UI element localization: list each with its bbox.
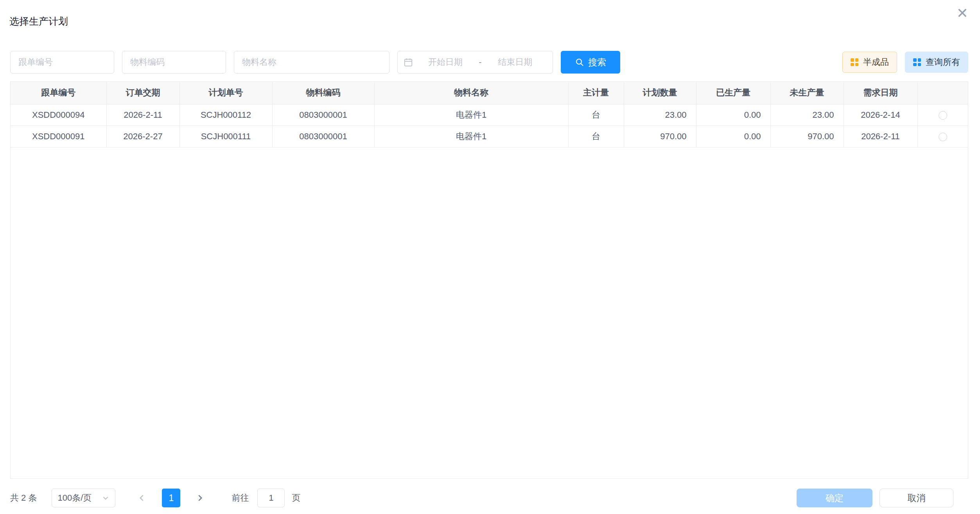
cancel-button[interactable]: 取消	[879, 489, 953, 507]
col-header-order-no: 跟单编号	[11, 82, 106, 104]
date-start-placeholder: 开始日期	[413, 56, 477, 68]
dialog-footer: 共 2 条 100条/页 1 前往	[10, 487, 968, 509]
row-select-radio[interactable]	[939, 111, 947, 120]
cell-plan-no: SCJH000111	[179, 126, 272, 147]
next-page-button[interactable]	[190, 489, 209, 507]
search-button-label: 搜索	[588, 56, 606, 68]
prev-page-button[interactable]	[133, 489, 151, 507]
col-header-plan-no: 计划单号	[179, 82, 272, 104]
table-header-row: 跟单编号 订单交期 计划单号 物料编码 物料名称 主计量 计划数量 已生产量 未…	[11, 82, 968, 104]
semi-finished-button[interactable]: 半成品	[842, 52, 897, 73]
filter-bar: 开始日期 - 结束日期 搜索 半成品 查询所有	[10, 51, 968, 74]
col-header-unit: 主计量	[568, 82, 624, 104]
cell-delivery-date: 2026-2-27	[106, 126, 179, 147]
date-separator: -	[477, 57, 483, 67]
table-row[interactable]: XSDD000091 2026-2-27 SCJH000111 08030000…	[11, 126, 968, 147]
cell-unit: 台	[568, 126, 624, 147]
cell-plan-qty: 23.00	[624, 104, 696, 126]
col-header-produced-qty: 已生产量	[696, 82, 770, 104]
cell-plan-qty: 970.00	[624, 126, 696, 147]
cell-plan-no: SCJH000112	[179, 104, 272, 126]
col-header-material-code: 物料编码	[272, 82, 374, 104]
cell-order-no: XSDD000094	[11, 104, 106, 126]
col-header-delivery-date: 订单交期	[106, 82, 179, 104]
chevron-left-icon	[138, 494, 146, 502]
col-header-material-name: 物料名称	[374, 82, 568, 104]
semi-finished-label: 半成品	[863, 56, 889, 68]
search-button[interactable]: 搜索	[561, 51, 620, 74]
dialog-title: 选择生产计划	[9, 15, 68, 28]
col-header-demand-date: 需求日期	[844, 82, 917, 104]
col-header-unproduced-qty: 未生产量	[770, 82, 844, 104]
confirm-button[interactable]: 确定	[797, 489, 872, 507]
cell-produced-qty: 0.00	[696, 126, 770, 147]
page-number-1[interactable]: 1	[162, 489, 180, 507]
col-header-plan-qty: 计划数量	[624, 82, 696, 104]
col-header-select	[917, 82, 968, 104]
query-all-label: 查询所有	[926, 56, 960, 68]
total-count-label: 共 2 条	[10, 492, 37, 504]
cell-material-name: 电器件1	[374, 126, 568, 147]
cell-material-name: 电器件1	[374, 104, 568, 126]
cell-delivery-date: 2026-2-11	[106, 104, 179, 126]
search-icon	[575, 58, 584, 67]
material-code-input[interactable]	[122, 51, 226, 74]
query-all-button[interactable]: 查询所有	[905, 52, 968, 73]
date-range-picker[interactable]: 开始日期 - 结束日期	[397, 51, 553, 74]
cell-produced-qty: 0.00	[696, 104, 770, 126]
calendar-icon	[403, 57, 413, 67]
cell-order-no: XSDD000091	[11, 126, 106, 147]
order-no-input[interactable]	[10, 51, 114, 74]
chevron-right-icon	[196, 494, 204, 502]
goto-label: 前往	[232, 492, 249, 504]
page-size-value: 100条/页	[57, 492, 92, 504]
date-end-placeholder: 结束日期	[483, 56, 547, 68]
table-row[interactable]: XSDD000094 2026-2-11 SCJH000112 08030000…	[11, 104, 968, 126]
grid-icon	[913, 58, 921, 66]
cell-unit: 台	[568, 104, 624, 126]
material-name-input[interactable]	[234, 51, 389, 74]
cell-unproduced-qty: 970.00	[770, 126, 844, 147]
row-select-radio[interactable]	[939, 133, 947, 141]
close-icon[interactable]: ✕	[957, 6, 968, 20]
cell-demand-date: 2026-2-11	[844, 126, 917, 147]
cell-material-code: 0803000001	[272, 126, 374, 147]
page-unit-label: 页	[292, 492, 300, 504]
cell-material-code: 0803000001	[272, 104, 374, 126]
chevron-down-icon	[102, 494, 109, 502]
grid-icon	[851, 58, 858, 66]
production-plan-table: 跟单编号 订单交期 计划单号 物料编码 物料名称 主计量 计划数量 已生产量 未…	[10, 81, 968, 479]
cell-demand-date: 2026-2-14	[844, 104, 917, 126]
goto-page-input[interactable]	[257, 489, 285, 507]
page-size-select[interactable]: 100条/页	[52, 489, 115, 507]
cell-unproduced-qty: 23.00	[770, 104, 844, 126]
select-production-plan-dialog: 选择生产计划 ✕ 开始日期 - 结束日期	[0, 0, 980, 514]
